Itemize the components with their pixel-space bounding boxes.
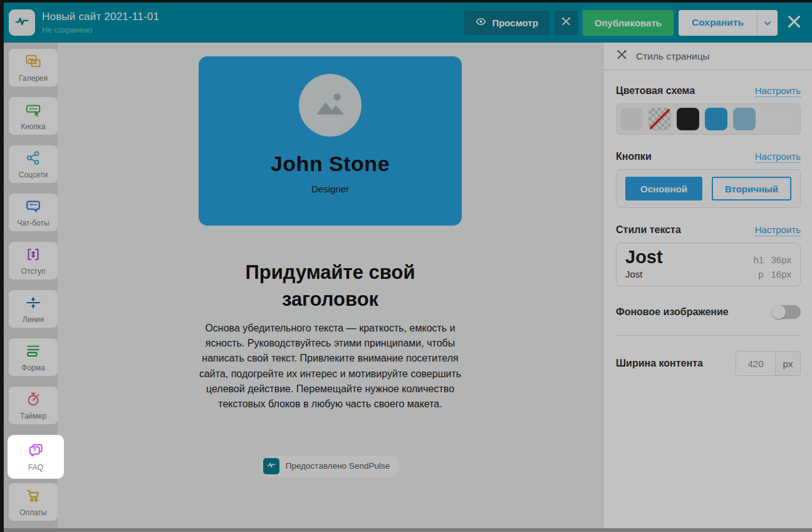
- save-split-button: Сохранить: [679, 10, 778, 36]
- save-dropdown-button[interactable]: [757, 10, 778, 36]
- background-image-toggle[interactable]: [772, 305, 801, 319]
- secondary-button-sample[interactable]: Вторичный: [712, 177, 791, 201]
- sidebar-item-timer[interactable]: Таймер: [9, 387, 58, 424]
- form-icon: [24, 343, 43, 362]
- background-image-label: Фоновое изображение: [616, 306, 729, 318]
- color-swatch-blue[interactable]: [705, 108, 727, 130]
- content-width-group: px: [736, 351, 801, 376]
- line-icon: [24, 295, 43, 313]
- sidebar-item-faq[interactable]: ? FAQ: [8, 435, 64, 479]
- style-icon: [616, 49, 628, 63]
- chatbot-icon: [24, 198, 43, 217]
- caret-down-icon: [764, 18, 771, 28]
- profile-name[interactable]: John Stone: [271, 152, 390, 176]
- color-swatch-light-blue[interactable]: [733, 108, 756, 130]
- p-tag: p: [753, 269, 763, 279]
- main-area: Галерея Кнопка Соцсети Чат-боты Отступ Л…: [4, 43, 812, 528]
- content-width-row: Ширина контента px: [616, 351, 801, 376]
- sidebar-item-chatbots[interactable]: Чат-боты: [9, 194, 58, 231]
- buttons-header: Кнопки Настроить: [616, 151, 801, 163]
- color-swatch-none[interactable]: [648, 108, 671, 130]
- h1-tag: h1: [753, 254, 763, 265]
- pulse-icon: [14, 13, 30, 32]
- font-name-paragraph: Jost: [625, 269, 643, 279]
- cart-icon: [24, 488, 43, 506]
- buttons-label: Кнопки: [616, 151, 652, 162]
- background-image-row: Фоновое изображение: [616, 305, 801, 319]
- button-styles-preview: Основной Вторичный: [616, 169, 801, 208]
- color-scheme-configure-link[interactable]: Настроить: [755, 85, 801, 97]
- style-panel-title: Стиль страницы: [636, 51, 710, 62]
- save-status: Не сохранено: [42, 26, 159, 34]
- save-button[interactable]: Сохранить: [679, 10, 757, 36]
- color-scheme-label: Цветовая схема: [616, 85, 695, 96]
- panel-divider: [616, 335, 801, 336]
- gallery-icon: [24, 53, 43, 72]
- preview-button-label: Просмотр: [492, 18, 538, 28]
- sidebar-item-line[interactable]: Линия: [9, 290, 58, 328]
- font-preview-card[interactable]: Jost h1 36px Jost p 16px: [616, 243, 801, 286]
- topbar-actions: Просмотр Опубликовать Сохранить: [464, 10, 804, 36]
- faq-icon: ?: [26, 442, 45, 461]
- site-builder-window: Новый сайт 2021-11-01 Не сохранено Просм…: [0, 0, 812, 532]
- text-styles-header: Стили текста Настроить: [616, 224, 801, 236]
- content-width-label: Ширина контента: [616, 358, 703, 369]
- profile-card-block[interactable]: John Stone Designer: [199, 56, 462, 226]
- site-title-block: Новый сайт 2021-11-01 Не сохранено: [42, 11, 159, 34]
- page-style-button[interactable]: [554, 11, 578, 35]
- p-size: 16px: [771, 269, 791, 279]
- button-icon: [24, 102, 43, 120]
- sendpulse-logo: [9, 9, 35, 36]
- editor-canvas[interactable]: John Stone Designer Придумайте свой заго…: [58, 43, 603, 528]
- close-button[interactable]: [788, 15, 801, 30]
- spacing-icon: [24, 246, 43, 265]
- style-panel: Стиль страницы Цветовая схема Настроить …: [603, 43, 812, 528]
- style-icon: [561, 16, 571, 29]
- sidebar-item-social[interactable]: Соцсети: [9, 145, 58, 183]
- color-swatch-list: [616, 103, 801, 135]
- canvas-paragraph[interactable]: Основа убедительного текста — краткость,…: [193, 321, 467, 412]
- widgets-sidebar: Галерея Кнопка Соцсети Чат-боты Отступ Л…: [4, 43, 58, 528]
- sidebar-item-payments[interactable]: Оплаты: [9, 483, 58, 521]
- font-name-heading: Jost: [625, 247, 663, 268]
- primary-button-sample[interactable]: Основной: [625, 177, 702, 201]
- close-icon: [788, 15, 801, 30]
- color-swatch-black[interactable]: [677, 108, 699, 130]
- svg-text:?: ?: [33, 447, 36, 453]
- text-styles-configure-link[interactable]: Настроить: [755, 224, 801, 236]
- sidebar-item-gallery[interactable]: Галерея: [9, 49, 58, 86]
- publish-button[interactable]: Опубликовать: [583, 10, 674, 36]
- style-panel-header: Стиль страницы: [603, 43, 812, 70]
- sidebar-item-spacing[interactable]: Отступ: [9, 242, 58, 279]
- badge-label: Предоставлено SendPulse: [286, 461, 390, 471]
- text-styles-label: Стили текста: [616, 224, 681, 236]
- buttons-configure-link[interactable]: Настроить: [755, 151, 801, 163]
- bottom-edge: [4, 528, 812, 532]
- avatar-placeholder[interactable]: [299, 74, 362, 137]
- image-placeholder-icon: [311, 85, 350, 126]
- canvas-heading[interactable]: Придумайте свой заголовок: [214, 259, 446, 313]
- timer-icon: [24, 391, 43, 410]
- sidebar-item-form[interactable]: Форма: [9, 338, 58, 376]
- style-panel-body: Цветовая схема Настроить Кнопки Настроит…: [603, 85, 812, 376]
- profile-role[interactable]: Designer: [311, 184, 349, 194]
- content-width-unit: px: [775, 352, 800, 375]
- sidebar-item-button[interactable]: Кнопка: [9, 97, 58, 135]
- preview-button[interactable]: Просмотр: [464, 11, 549, 35]
- badge-pulse-icon: [263, 458, 279, 474]
- topbar: Новый сайт 2021-11-01 Не сохранено Просм…: [4, 3, 812, 43]
- color-scheme-header: Цветовая схема Настроить: [616, 85, 801, 97]
- h1-size: 36px: [771, 254, 791, 265]
- share-icon: [24, 150, 43, 169]
- content-width-input[interactable]: [736, 352, 775, 375]
- font-preview-p-row: Jost p 16px: [625, 268, 791, 279]
- site-title: Новый сайт 2021-11-01: [42, 11, 159, 23]
- color-swatch-light-gray[interactable]: [620, 108, 643, 130]
- eye-icon: [476, 16, 486, 29]
- sendpulse-badge[interactable]: Предоставлено SendPulse: [261, 456, 400, 477]
- font-preview-h1-row: Jost h1 36px: [625, 247, 791, 268]
